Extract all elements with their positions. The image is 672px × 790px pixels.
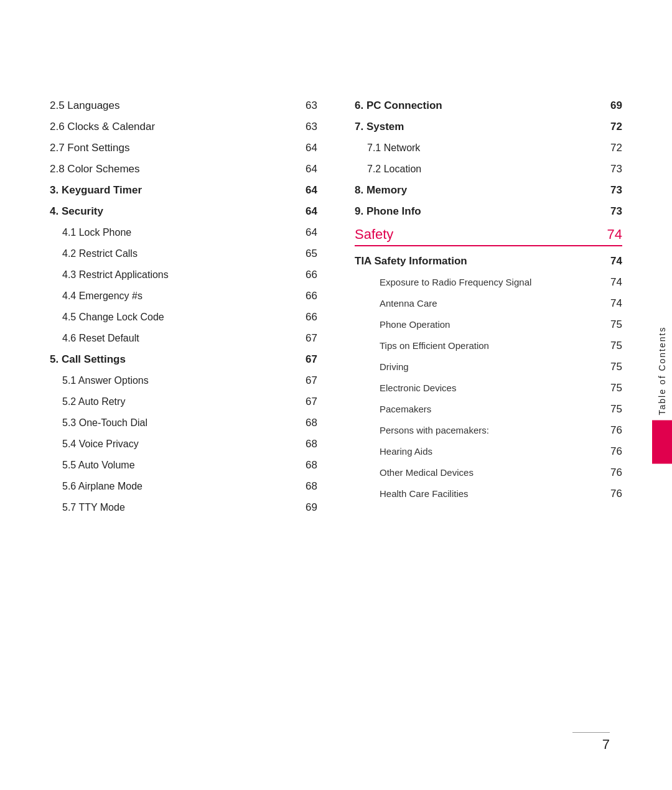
toc-item-entry-2-6: 2.6 Clocks & Calendar63 — [50, 121, 317, 133]
toc-item-sub-9: Hearing Aids76 — [355, 445, 622, 458]
entry-page-entry-4: 64 — [299, 205, 317, 218]
side-tab-label: Table of Contents — [657, 327, 667, 416]
entry-page-sub-10: 76 — [604, 467, 622, 479]
entry-label-sub-10: Other Medical Devices — [355, 467, 604, 478]
entry-page-sub-5: 75 — [604, 361, 622, 373]
entry-label-entry-7-1: 7.1 Network — [355, 142, 604, 154]
toc-item-entry-9: 9. Phone Info73 — [355, 205, 622, 218]
toc-item-sub-11: Health Care Facilities76 — [355, 488, 622, 500]
entry-label-sub-7: Pacemakers — [355, 404, 604, 414]
toc-item-sub-2: Antenna Care74 — [355, 297, 622, 310]
tia-page: 74 — [604, 255, 622, 267]
entry-label-sub-2: Antenna Care — [355, 298, 604, 309]
toc-item-entry-5-1: 5.1 Answer Options67 — [50, 374, 317, 387]
toc-item-sub-4: Tips on Efficient Operation75 — [355, 340, 622, 352]
toc-item-entry-4: 4. Security64 — [50, 205, 317, 218]
right-column: 6. PC Connection697. System727.1 Network… — [355, 100, 622, 523]
toc-item-sub-3: Phone Operation75 — [355, 318, 622, 331]
entry-label-sub-6: Electronic Devices — [355, 383, 604, 393]
left-column: 2.5 Languages632.6 Clocks & Calendar632.… — [50, 100, 317, 523]
entry-label-entry-5-2: 5.2 Auto Retry — [50, 396, 299, 407]
toc-item-entry-4-2: 4.2 Restrict Calls65 — [50, 248, 317, 260]
entry-page-sub-7: 75 — [604, 403, 622, 416]
toc-item-entry-2-5: 2.5 Languages63 — [50, 100, 317, 112]
entry-page-entry-9: 73 — [604, 205, 622, 218]
entry-page-entry-4-6: 67 — [299, 332, 317, 345]
entry-page-sub-1: 74 — [604, 276, 622, 289]
toc-item-entry-4-6: 4.6 Reset Default67 — [50, 332, 317, 345]
entry-label-entry-5-5: 5.5 Auto Volume — [50, 460, 299, 471]
entry-page-entry-7-2: 73 — [604, 163, 622, 175]
page-number: 7 — [572, 737, 610, 753]
side-tab-bar — [652, 420, 672, 463]
toc-item-entry-2-7: 2.7 Font Settings64 — [50, 142, 317, 154]
safety-page: 74 — [607, 226, 622, 243]
tia-entry: TIA Safety Information74 — [355, 255, 622, 267]
toc-item-entry-5: 5. Call Settings67 — [50, 353, 317, 366]
toc-item-entry-2-8: 2.8 Color Schemes64 — [50, 163, 317, 175]
entry-page-entry-7-1: 72 — [604, 142, 622, 154]
entry-label-entry-4-6: 4.6 Reset Default — [50, 333, 299, 344]
entry-page-entry-5-6: 68 — [299, 480, 317, 493]
toc-item-sub-1: Exposure to Radio Frequency Signal74 — [355, 276, 622, 289]
entry-page-sub-11: 76 — [604, 488, 622, 500]
entry-page-entry-5-4: 68 — [299, 438, 317, 450]
toc-item-entry-8: 8. Memory73 — [355, 184, 622, 197]
entry-label-sub-1: Exposure to Radio Frequency Signal — [355, 277, 604, 287]
entry-label-entry-4-5: 4.5 Change Lock Code — [50, 312, 299, 323]
tia-label: TIA Safety Information — [355, 255, 604, 267]
toc-item-entry-4-4: 4.4 Emergency #s66 — [50, 290, 317, 302]
entry-page-entry-7: 72 — [604, 121, 622, 133]
entry-page-entry-2-6: 63 — [299, 121, 317, 133]
toc-item-entry-3: 3. Keyguard Timer64 — [50, 184, 317, 197]
side-tab: Table of Contents — [652, 327, 672, 464]
entry-page-entry-8: 73 — [604, 184, 622, 197]
entry-label-sub-8: Persons with pacemakers: — [355, 425, 604, 435]
toc-item-sub-6: Electronic Devices75 — [355, 382, 622, 394]
toc-item-sub-8: Persons with pacemakers:76 — [355, 424, 622, 437]
entry-page-entry-4-3: 66 — [299, 269, 317, 281]
entry-label-entry-8: 8. Memory — [355, 184, 604, 197]
toc-content: 2.5 Languages632.6 Clocks & Calendar632.… — [50, 100, 622, 523]
toc-item-entry-7-2: 7.2 Location73 — [355, 163, 622, 175]
entry-page-entry-5-7: 69 — [299, 501, 317, 514]
entry-page-entry-4-5: 66 — [299, 311, 317, 323]
page: 2.5 Languages632.6 Clocks & Calendar632.… — [0, 0, 672, 790]
entry-page-sub-9: 76 — [604, 445, 622, 458]
toc-item-entry-7: 7. System72 — [355, 121, 622, 133]
entry-label-entry-2-5: 2.5 Languages — [50, 100, 299, 112]
entry-page-entry-4-2: 65 — [299, 248, 317, 260]
toc-item-entry-5-2: 5.2 Auto Retry67 — [50, 396, 317, 408]
entry-label-entry-7-2: 7.2 Location — [355, 164, 604, 175]
page-number-area: 7 — [572, 732, 610, 753]
toc-item-entry-5-4: 5.4 Voice Privacy68 — [50, 438, 317, 450]
entry-label-entry-5: 5. Call Settings — [50, 353, 299, 366]
toc-item-entry-7-1: 7.1 Network72 — [355, 142, 622, 154]
entry-page-sub-4: 75 — [604, 340, 622, 352]
entry-page-entry-2-8: 64 — [299, 163, 317, 175]
entry-page-entry-5-3: 68 — [299, 417, 317, 429]
entry-label-entry-4-2: 4.2 Restrict Calls — [50, 248, 299, 259]
entry-label-sub-4: Tips on Efficient Operation — [355, 340, 604, 351]
entry-label-sub-5: Driving — [355, 361, 604, 372]
entry-label-entry-5-7: 5.7 TTY Mode — [50, 502, 299, 513]
entry-page-entry-4-1: 64 — [299, 226, 317, 239]
toc-item-entry-5-7: 5.7 TTY Mode69 — [50, 501, 317, 514]
entry-page-entry-6: 69 — [604, 100, 622, 112]
entry-page-entry-2-7: 64 — [299, 142, 317, 154]
entry-page-entry-2-5: 63 — [299, 100, 317, 112]
entry-label-entry-5-3: 5.3 One-Touch Dial — [50, 417, 299, 429]
entry-page-sub-2: 74 — [604, 297, 622, 310]
entry-label-entry-5-4: 5.4 Voice Privacy — [50, 439, 299, 450]
entry-page-sub-3: 75 — [604, 318, 622, 331]
entry-label-entry-7: 7. System — [355, 121, 604, 133]
entry-page-entry-5: 67 — [299, 353, 317, 366]
entry-label-entry-4: 4. Security — [50, 205, 299, 218]
entry-label-entry-5-6: 5.6 Airplane Mode — [50, 481, 299, 492]
entry-label-entry-4-4: 4.4 Emergency #s — [50, 290, 299, 302]
entry-label-entry-2-8: 2.8 Color Schemes — [50, 163, 299, 175]
page-number-line — [572, 732, 610, 733]
toc-item-entry-4-5: 4.5 Change Lock Code66 — [50, 311, 317, 323]
entry-label-sub-11: Health Care Facilities — [355, 488, 604, 499]
entry-label-sub-9: Hearing Aids — [355, 446, 604, 457]
